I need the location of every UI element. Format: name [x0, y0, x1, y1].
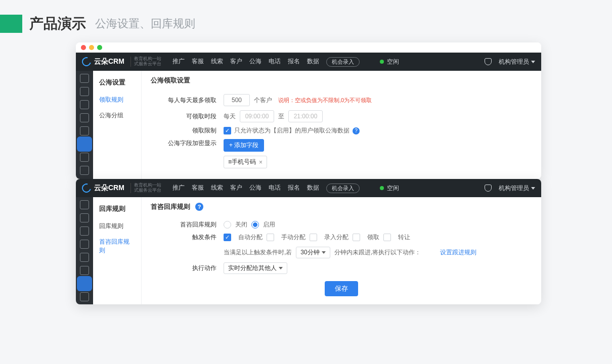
save-button[interactable]: 保存: [325, 281, 358, 296]
rail-chart-icon[interactable]: [80, 226, 89, 236]
input-time-from[interactable]: [240, 110, 274, 122]
rail-clipboard-icon[interactable]: [80, 126, 89, 135]
label-action: 执行动作: [151, 264, 216, 272]
nav-service[interactable]: 客服: [192, 184, 204, 193]
input-time-to[interactable]: [288, 110, 323, 122]
status-text[interactable]: 空闲: [387, 58, 399, 66]
chip-label: ≡手机号码: [228, 158, 256, 166]
brand-tagline: 教育机构一站式服务云平台: [130, 183, 161, 193]
chevron-down-icon: [279, 267, 283, 269]
chk-auto-assign[interactable]: ✓: [224, 234, 231, 241]
nav-leads[interactable]: 线索: [211, 57, 223, 67]
limit-note: 说明：空或负值为不限制,0为不可领取: [278, 97, 372, 104]
restriction-text: 只允许状态为【启用】的用户领取公海数据: [234, 126, 349, 135]
rail-sea-icon[interactable]: [80, 266, 89, 275]
chk-entry-assign[interactable]: ✓: [310, 234, 317, 241]
close-icon[interactable]: [81, 45, 86, 50]
brand-logo[interactable]: 云朵CRM 教育机构一站式服务云平台: [82, 57, 161, 67]
input-daily-limit[interactable]: [224, 94, 250, 106]
nav-leads[interactable]: 线索: [211, 184, 223, 193]
rail-sea-icon[interactable]: [80, 140, 89, 149]
chevron-down-icon: [322, 251, 326, 254]
sidebar: 回库规则 回库规则 首咨回库规则: [93, 197, 142, 304]
chip-remove-icon[interactable]: ×: [259, 159, 263, 166]
rail-people-icon[interactable]: [80, 292, 89, 301]
nav-customers[interactable]: 客户: [230, 57, 242, 67]
chevron-down-icon: [531, 187, 535, 190]
rail-user-icon[interactable]: [80, 113, 89, 122]
checkbox-enabled-only[interactable]: ✓: [224, 127, 231, 134]
link-followup-rules[interactable]: 设置跟进规则: [440, 248, 476, 257]
trigger-sentence-b: 分钟内未跟进,将执行以下动作：: [334, 248, 421, 257]
sidebar-item-sea-groups[interactable]: 公海分组: [93, 108, 141, 123]
chk-transfer[interactable]: ✓: [383, 234, 391, 241]
zoom-icon[interactable]: [97, 45, 102, 50]
select-action[interactable]: 实时分配给其他人: [224, 262, 287, 274]
nav-public-sea[interactable]: 公海: [249, 184, 261, 193]
rail-shield-icon[interactable]: [80, 87, 89, 96]
sidebar-item-return-rules[interactable]: 回库规则: [93, 218, 141, 234]
nav-opportunity-entry[interactable]: 机会录入: [326, 57, 360, 67]
nav-data[interactable]: 数据: [307, 57, 319, 67]
nav-promo[interactable]: 推广: [172, 184, 185, 193]
nav-phone[interactable]: 电话: [269, 184, 281, 193]
nav-phone[interactable]: 电话: [269, 57, 281, 67]
slide-title: 产品演示: [29, 14, 86, 33]
sidebar-title: 公海设置: [93, 75, 141, 92]
icon-rail: [76, 71, 93, 179]
topbar: 云朵CRM 教育机构一站式服务云平台 推广 客服 线索 客户 公海 电话 报名 …: [76, 179, 541, 197]
bell-icon[interactable]: [485, 185, 492, 192]
radio-off[interactable]: [224, 221, 231, 229]
nav-customers[interactable]: 客户: [230, 184, 242, 193]
section-title: 首咨回库规则: [151, 202, 190, 211]
sidebar-title: 回库规则: [93, 201, 141, 218]
rail-user-icon[interactable]: [80, 240, 89, 249]
top-nav: 推广 客服 线索 客户 公海 电话 报名 数据 机会录入: [172, 57, 360, 67]
user-role-dropdown[interactable]: 机构管理员: [499, 58, 535, 66]
content-area: 公海领取设置 每人每天最多领取 个客户 说明：空或负值为不限制,0为不可领取 可…: [142, 71, 541, 179]
nav-signup[interactable]: 报名: [288, 57, 300, 67]
icon-rail: [76, 197, 93, 304]
user-role-dropdown[interactable]: 机构管理员: [499, 184, 535, 193]
nav-data[interactable]: 数据: [307, 184, 319, 193]
text-daily: 每天: [224, 112, 236, 121]
sidebar-item-claim-rules[interactable]: 领取规则: [93, 92, 141, 108]
add-field-button[interactable]: + 添加字段: [224, 139, 264, 152]
slide-accent: [0, 15, 22, 33]
chk-manual-assign[interactable]: ✓: [267, 234, 274, 241]
status-indicator-icon: [380, 60, 384, 64]
label-encrypt: 公海字段加密显示: [151, 139, 216, 148]
minimize-icon[interactable]: [89, 45, 94, 50]
help-icon[interactable]: ?: [353, 127, 360, 134]
nav-public-sea[interactable]: 公海: [249, 57, 261, 67]
status-text[interactable]: 空闲: [387, 184, 399, 193]
nav-promo[interactable]: 推广: [172, 57, 185, 67]
rail-shield-icon[interactable]: [80, 213, 89, 222]
brand-mark-icon: [80, 56, 93, 68]
rail-recycle-icon[interactable]: [80, 279, 89, 288]
label-first-rule: 首咨回库规则: [151, 220, 216, 229]
nav-signup[interactable]: 报名: [288, 184, 300, 193]
select-duration[interactable]: 30分钟: [296, 247, 330, 258]
nav-opportunity-entry[interactable]: 机会录入: [326, 184, 360, 193]
rail-clipboard-icon[interactable]: [80, 253, 89, 262]
sidebar: 公海设置 领取规则 公海分组: [93, 71, 142, 179]
chip-phone-field[interactable]: ≡手机号码 ×: [224, 156, 267, 168]
brand-logo[interactable]: 云朵CRM 教育机构一站式服务云平台: [82, 183, 161, 193]
rail-recycle-icon[interactable]: [80, 153, 89, 162]
suffix-customers: 个客户: [254, 96, 272, 105]
top-nav: 推广 客服 线索 客户 公海 电话 报名 数据 机会录入: [172, 184, 360, 193]
sidebar-item-first-consult-rules[interactable]: 首咨回库规则: [93, 234, 141, 258]
nav-service[interactable]: 客服: [192, 57, 204, 67]
trigger-sentence-a: 当满足以上触发条件时,若: [224, 248, 292, 257]
rail-dashboard-icon[interactable]: [80, 74, 89, 83]
rail-people-icon[interactable]: [80, 166, 89, 175]
radio-on[interactable]: [251, 221, 259, 229]
bell-icon[interactable]: [485, 58, 492, 65]
help-icon[interactable]: ?: [195, 203, 203, 211]
rail-dashboard-icon[interactable]: [80, 200, 89, 209]
label-trigger: 触发条件: [151, 233, 216, 242]
brand-name: 云朵CRM: [94, 184, 124, 193]
rail-chart-icon[interactable]: [80, 100, 89, 109]
chk-claim[interactable]: ✓: [353, 234, 360, 241]
